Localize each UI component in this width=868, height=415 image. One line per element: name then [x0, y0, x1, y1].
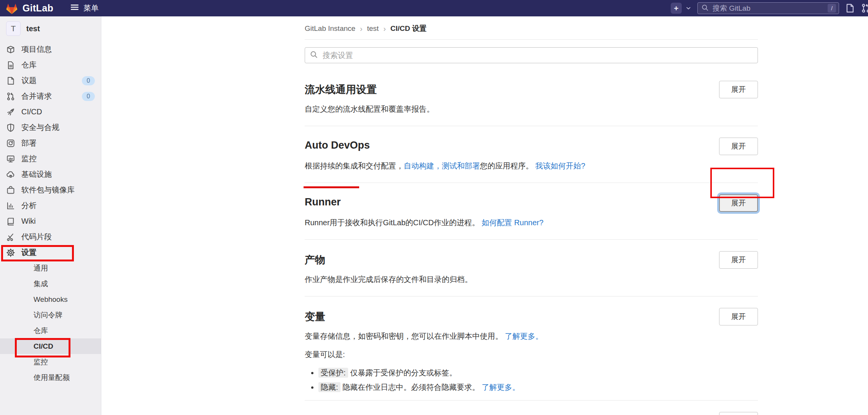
- chart-icon: [6, 201, 15, 210]
- breadcrumb-item-current: CI/CD 设置: [390, 24, 427, 34]
- breadcrumb-separator: ›: [383, 24, 386, 33]
- gitlab-app: GitLab 菜单 +: [0, 0, 868, 415]
- slash-shortcut-badge: /: [828, 4, 836, 13]
- how-to-start-link[interactable]: 我该如何开始?: [536, 162, 585, 170]
- breadcrumb-item-root[interactable]: GitLab Instance: [305, 24, 355, 33]
- sidebar-subitem-cicd[interactable]: CI/CD: [0, 338, 101, 354]
- section-artifacts: 产物 展开 作业产物是作业完成后保存的文件和目录的归档。: [305, 240, 758, 296]
- issues-shortcut-button[interactable]: [845, 3, 855, 13]
- section-description: 自定义您的流水线配置和覆盖率报告。: [305, 104, 758, 114]
- list-item: 隐藏: 隐藏在作业日志中。必须符合隐藏要求。 了解更多。: [318, 382, 758, 393]
- variables-intro: 变量可以是:: [305, 349, 758, 360]
- breadcrumb-item-project[interactable]: test: [367, 24, 379, 33]
- sidebar-item-analytics[interactable]: 分析: [0, 198, 101, 213]
- menu-button[interactable]: 菜单: [68, 2, 101, 14]
- sidebar-item-wiki[interactable]: Wiki: [0, 213, 101, 229]
- search-icon: [701, 4, 709, 13]
- section-title: 产物: [305, 253, 325, 267]
- merge-request-icon: [6, 92, 15, 101]
- issues-count-badge: 0: [82, 76, 95, 85]
- package-icon: [6, 186, 15, 195]
- section-title: Auto DevOps: [305, 139, 370, 151]
- expand-button[interactable]: 展开: [719, 412, 758, 415]
- masked-chip: 隐藏:: [318, 382, 340, 392]
- section-auto-devops: Auto DevOps 展开 根据持续的集成和交付配置，自动构建，测试和部署您的…: [305, 126, 758, 183]
- gear-icon: [6, 248, 15, 257]
- snippet-icon: [6, 232, 15, 242]
- global-search-input[interactable]: [712, 4, 825, 13]
- brand-wordmark: GitLab: [22, 3, 53, 14]
- deploy-icon: [6, 139, 15, 148]
- merge-requests-count-badge: 0: [82, 92, 95, 101]
- learn-more-link[interactable]: 了解更多。: [482, 383, 520, 391]
- protected-chip: 受保护:: [318, 368, 348, 378]
- expand-button[interactable]: 展开: [719, 308, 758, 325]
- section-title: 变量: [305, 310, 325, 324]
- sidebar-item-merge-requests[interactable]: 合并请求 0: [0, 88, 101, 104]
- expand-button[interactable]: 展开: [719, 251, 758, 269]
- section-description: 变量存储信息，如密码和密钥，您可以在作业脚本中使用。 了解更多。: [305, 331, 758, 341]
- book-icon: [6, 217, 15, 226]
- sidebar-subitem-monitor[interactable]: 监控: [0, 354, 101, 370]
- section-description: 根据持续的集成和交付配置，自动构建，测试和部署您的应用程序。 我该如何开始?: [305, 160, 758, 171]
- sidebar-subitem-webhooks[interactable]: Webhooks: [0, 292, 101, 307]
- auto-devops-link[interactable]: 自动构建，测试和部署: [404, 162, 480, 170]
- sidebar-item-deployments[interactable]: 部署: [0, 135, 101, 151]
- cloud-gear-icon: [6, 170, 15, 179]
- search-icon: [310, 50, 318, 60]
- sidebar-item-issues[interactable]: 议题 0: [0, 73, 101, 88]
- shield-icon: [6, 123, 15, 132]
- section-runner: Runner 展开 Runner用于接收和执行GitLab的CI/CD作业的进程…: [305, 183, 758, 240]
- gitlab-logo: [5, 2, 18, 14]
- sidebar-project-header[interactable]: T test: [0, 16, 101, 39]
- sidebar-item-monitor[interactable]: 监控: [0, 151, 101, 167]
- hamburger-icon: [70, 3, 79, 14]
- new-menu-caret[interactable]: [685, 5, 692, 11]
- new-menu-button[interactable]: +: [671, 3, 682, 14]
- project-avatar: T: [6, 21, 21, 36]
- learn-more-link[interactable]: 了解更多。: [505, 332, 543, 340]
- settings-search-input[interactable]: [322, 51, 753, 60]
- configure-runner-link[interactable]: 如何配置 Runner?: [482, 218, 543, 227]
- issues-shortcut-icon: [845, 3, 855, 13]
- sidebar-item-repository[interactable]: 仓库: [0, 57, 101, 73]
- chevron-down-icon: [685, 5, 692, 11]
- sidebar-item-settings[interactable]: 设置: [0, 245, 101, 260]
- sidebar-subitem-general[interactable]: 通用: [0, 260, 101, 276]
- sidebar: T test 项目信息 仓库: [0, 16, 101, 415]
- sidebar-item-packages[interactable]: 软件包与镜像库: [0, 182, 101, 198]
- list-item: 受保护: 仅暴露于受保护的分支或标签。: [318, 367, 758, 378]
- sidebar-item-security[interactable]: 安全与合规: [0, 120, 101, 135]
- breadcrumb: GitLab Instance › test › CI/CD 设置: [305, 24, 758, 34]
- rocket-icon: [6, 107, 15, 117]
- sidebar-item-infrastructure[interactable]: 基础设施: [0, 167, 101, 182]
- main-content: GitLab Instance › test › CI/CD 设置 流水线通用设…: [101, 16, 868, 415]
- sidebar-item-project-info[interactable]: 项目信息: [0, 42, 101, 57]
- project-info-icon: [6, 45, 15, 54]
- merge-requests-shortcut-button[interactable]: [861, 3, 868, 13]
- section-pipeline-triggers: 流水线触发器 展开 通过生成触发令牌并将其与 API 调用一起使用，为分支或标签…: [305, 401, 758, 415]
- expand-button[interactable]: 展开: [719, 138, 758, 155]
- expand-button[interactable]: 展开: [719, 81, 758, 98]
- sidebar-subitem-repository[interactable]: 仓库: [0, 323, 101, 338]
- sidebar-subitem-integrations[interactable]: 集成: [0, 276, 101, 292]
- sidebar-subitem-usage-quotas[interactable]: 使用量配额: [0, 370, 101, 385]
- breadcrumb-divider: [305, 39, 758, 40]
- gitlab-home-link[interactable]: GitLab: [5, 2, 53, 14]
- issues-icon: [6, 76, 15, 85]
- section-variables: 变量 展开 变量存储信息，如密码和密钥，您可以在作业脚本中使用。 了解更多。 变…: [305, 296, 758, 401]
- merge-requests-shortcut-icon: [861, 3, 868, 13]
- section-description: 作业产物是作业完成后保存的文件和目录的归档。: [305, 274, 758, 285]
- sidebar-item-cicd[interactable]: CI/CD: [0, 104, 101, 120]
- global-search[interactable]: /: [697, 2, 839, 14]
- repository-icon: [6, 61, 15, 70]
- sidebar-subitem-access-tokens[interactable]: 访问令牌: [0, 307, 101, 323]
- breadcrumb-separator: ›: [360, 24, 363, 33]
- expand-button-runner[interactable]: 展开: [719, 194, 758, 212]
- sidebar-item-snippets[interactable]: 代码片段: [0, 229, 101, 245]
- settings-search[interactable]: [305, 47, 758, 63]
- plus-icon: +: [674, 4, 678, 12]
- section-pipeline-general: 流水线通用设置 展开 自定义您的流水线配置和覆盖率报告。: [305, 71, 758, 126]
- settings-submenu: 通用 集成 Webhooks 访问令牌 仓库 CI/CD 监控 使用量配额: [0, 260, 101, 385]
- section-description: Runner用于接收和执行GitLab的CI/CD作业的进程。 如何配置 Run…: [305, 217, 758, 228]
